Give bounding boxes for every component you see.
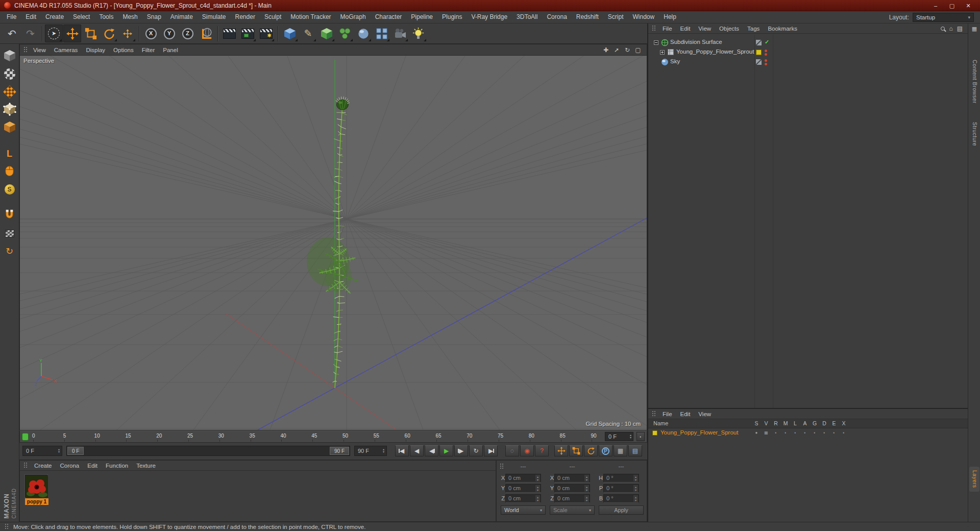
- spinner-arrows-icon[interactable]: ▴▾: [535, 475, 540, 481]
- menu-redshift[interactable]: Redshift: [572, 11, 603, 23]
- apply-button[interactable]: Apply: [599, 505, 644, 515]
- frame-tick-15[interactable]: 15: [125, 433, 131, 439]
- material-item[interactable]: poppy 1: [25, 475, 48, 505]
- coord-space-select[interactable]: World ▾: [501, 505, 546, 515]
- home-icon[interactable]: ⌂: [949, 25, 952, 32]
- zoom-view-icon[interactable]: ➚: [612, 45, 621, 55]
- close-button[interactable]: ✕: [961, 1, 976, 10]
- coord-field-x-1[interactable]: 0 cm▴▾: [554, 474, 590, 482]
- add-primitive-button[interactable]: [281, 25, 299, 42]
- menu-motion-tracker[interactable]: Motion Tracker: [286, 11, 335, 23]
- visibility-dots[interactable]: [765, 50, 767, 56]
- frame-tick-30[interactable]: 30: [218, 433, 224, 439]
- frame-tick-5[interactable]: 5: [63, 433, 66, 439]
- menu-create[interactable]: Create: [30, 463, 56, 469]
- quantize-button[interactable]: ↻: [2, 243, 18, 259]
- move-tool[interactable]: [63, 25, 81, 42]
- add-scene-object-button[interactable]: [373, 25, 390, 42]
- coordinate-system-button[interactable]: [197, 25, 215, 42]
- coord-field-y-0[interactable]: 0 cm▴▾: [505, 484, 541, 493]
- tweak-mode-button[interactable]: [2, 163, 18, 180]
- menu-panel[interactable]: Panel: [159, 47, 182, 53]
- menu-corona[interactable]: Corona: [542, 11, 571, 23]
- spinner-arrows-icon[interactable]: ▴▾: [630, 434, 631, 439]
- spinner-arrows-icon[interactable]: ▴▾: [633, 475, 638, 481]
- frame-tick-0[interactable]: 0: [32, 433, 35, 439]
- viewport-3d-scene[interactable]: YXZ Perspective Grid Spacing : 10 cm: [20, 56, 647, 430]
- coord-column-header-0[interactable]: ---: [505, 463, 541, 469]
- goto-previous-frame-button[interactable]: ◀: [425, 445, 438, 456]
- spinner-arrows-icon[interactable]: ▴▾: [584, 475, 589, 481]
- menu-texture[interactable]: Texture: [132, 463, 160, 469]
- menu-corona[interactable]: Corona: [56, 463, 84, 469]
- menu-file[interactable]: File: [658, 26, 676, 32]
- layer-toggle-l[interactable]: ▪: [792, 430, 798, 436]
- expander-icon[interactable]: [660, 50, 665, 55]
- menu-render[interactable]: Render: [231, 11, 260, 23]
- layer-toggle-g[interactable]: ▪: [812, 430, 818, 436]
- menu-tools[interactable]: Tools: [94, 11, 118, 23]
- coord-field-z-1[interactable]: 0 cm▴▾: [554, 494, 590, 503]
- last-used-tool[interactable]: [118, 25, 136, 42]
- spinner-arrows-icon[interactable]: ▴▾: [58, 448, 60, 453]
- layer-row[interactable]: Young_Poppy_Flower_Sprout●▦▪▪▪▪▪▪▪▪: [648, 428, 969, 438]
- menu-edit[interactable]: Edit: [676, 411, 695, 417]
- frame-tick-90[interactable]: 90: [591, 433, 596, 439]
- menu-bookmarks[interactable]: Bookmarks: [764, 26, 801, 32]
- menu-pipeline[interactable]: Pipeline: [406, 11, 437, 23]
- menu-edit[interactable]: Edit: [676, 26, 695, 32]
- key-parameter-button[interactable]: P: [599, 445, 612, 456]
- spinner-arrows-icon[interactable]: ▴▾: [584, 485, 589, 492]
- enabled-check-icon[interactable]: ✓: [765, 39, 769, 45]
- lock-z-button[interactable]: Z: [179, 25, 197, 42]
- menu-script[interactable]: Script: [603, 11, 628, 23]
- polygon-mode-button[interactable]: [2, 119, 18, 136]
- menu-mograph[interactable]: MoGraph: [336, 11, 371, 23]
- minimize-button[interactable]: –: [928, 1, 943, 10]
- snap-button[interactable]: [2, 207, 18, 224]
- dock-icon[interactable]: ▦: [968, 23, 980, 34]
- record-keyframe-button[interactable]: ◉: [520, 445, 534, 456]
- menu-plugins[interactable]: Plugins: [437, 11, 467, 23]
- object-row-subdivision-surface[interactable]: Subdivision Surface✓: [648, 38, 969, 47]
- spinner-arrows-icon[interactable]: ▴▾: [584, 495, 589, 502]
- menu-sculpt[interactable]: Sculpt: [260, 11, 286, 23]
- frame-tick-65[interactable]: 65: [435, 433, 441, 439]
- menu-window[interactable]: Window: [628, 11, 659, 23]
- menu-filter[interactable]: Filter: [138, 47, 159, 53]
- menu-help[interactable]: Help: [659, 11, 681, 23]
- key-scale-button[interactable]: [569, 445, 583, 456]
- menu-select[interactable]: Select: [68, 11, 94, 23]
- viewport-solo-button[interactable]: S: [2, 181, 18, 198]
- frame-tick-10[interactable]: 10: [94, 433, 100, 439]
- key-position-button[interactable]: [554, 445, 568, 456]
- coord-field-z-0[interactable]: 0 cm▴▾: [505, 494, 541, 503]
- goto-next-frame-button[interactable]: ▶: [454, 445, 468, 456]
- toggle-view-icon[interactable]: ▢: [633, 45, 643, 55]
- rotate-tool[interactable]: [100, 25, 118, 42]
- timeline-ruler[interactable]: 0 F ▴▾ ▪ 0510152025303540455055606570758…: [19, 430, 647, 443]
- coord-field-p-2[interactable]: 0 °▴▾: [603, 484, 639, 493]
- range-end-field[interactable]: 90 F ▴▾: [354, 446, 387, 456]
- range-start-handle[interactable]: 0 F: [67, 447, 84, 455]
- tag-slash-icon[interactable]: [756, 59, 762, 65]
- menu-character[interactable]: Character: [371, 11, 407, 23]
- scale-tool[interactable]: [82, 25, 100, 42]
- menu-snap[interactable]: Snap: [142, 11, 166, 23]
- coord-field-b-2[interactable]: 0 °▴▾: [603, 494, 639, 503]
- object-name[interactable]: Subdivision Surface: [670, 39, 722, 45]
- add-light-button[interactable]: [409, 25, 427, 42]
- coord-field-y-1[interactable]: 0 cm▴▾: [554, 484, 590, 493]
- search-icon[interactable]: [941, 27, 945, 31]
- play-mode-button[interactable]: ↻: [469, 445, 483, 456]
- add-camera-button[interactable]: [391, 25, 409, 42]
- redo-button[interactable]: ↷: [21, 25, 39, 42]
- frame-tick-25[interactable]: 25: [187, 433, 193, 439]
- play-backwards-button[interactable]: ◀: [410, 445, 424, 456]
- menu-view[interactable]: View: [694, 411, 715, 417]
- ruler-options-button[interactable]: ▪: [636, 432, 645, 441]
- frame-tick-75[interactable]: 75: [498, 433, 503, 439]
- material-name[interactable]: poppy 1: [25, 498, 48, 505]
- material-thumbnail[interactable]: [25, 475, 47, 497]
- frame-tick-85[interactable]: 85: [560, 433, 566, 439]
